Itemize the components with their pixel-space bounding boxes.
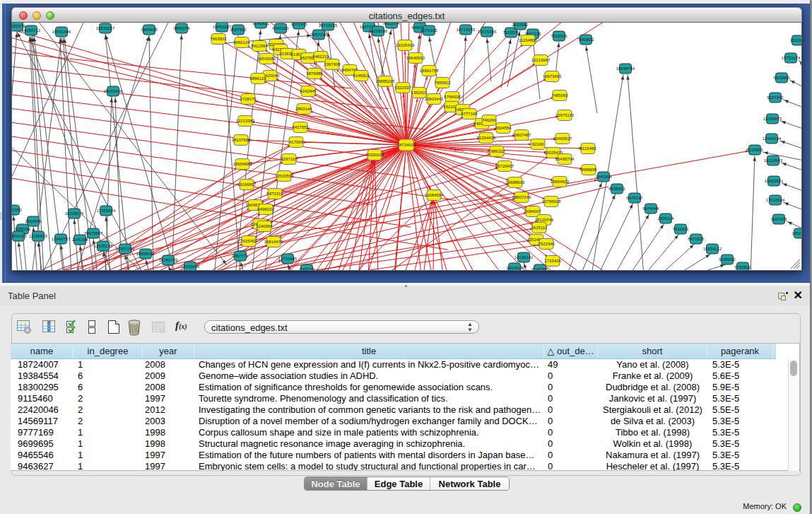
svg-text:9115460: 9115460 — [580, 146, 597, 151]
svg-text:6479197: 6479197 — [626, 196, 643, 200]
svg-text:15495794: 15495794 — [555, 157, 575, 161]
svg-text:1071915: 1071915 — [290, 23, 307, 26]
svg-text:9777169: 9777169 — [461, 112, 478, 116]
svg-text:5462213: 5462213 — [312, 54, 329, 59]
svg-text:1071915: 1071915 — [420, 28, 437, 33]
svg-text:18724007: 18724007 — [397, 143, 416, 147]
svg-text:10654112: 10654112 — [703, 247, 722, 251]
svg-text:16961758: 16961758 — [420, 69, 439, 73]
svg-text:2620350: 2620350 — [12, 208, 22, 212]
svg-text:13710485: 13710485 — [278, 257, 298, 261]
svg-text:62160: 62160 — [532, 142, 544, 146]
svg-text:19903443: 19903443 — [425, 97, 444, 101]
svg-text:10463627: 10463627 — [553, 136, 572, 141]
svg-text:19166857: 19166857 — [237, 182, 257, 187]
svg-text:7485063: 7485063 — [551, 93, 568, 98]
svg-text:9245652: 9245652 — [719, 257, 736, 262]
svg-text:1514545: 1514545 — [25, 219, 42, 223]
svg-text:12213967: 12213967 — [531, 58, 551, 62]
svg-text:9529966: 9529966 — [773, 76, 790, 80]
svg-text:12444194: 12444194 — [763, 136, 782, 141]
svg-text:10688609: 10688609 — [506, 180, 525, 185]
svg-text:12975115: 12975115 — [555, 113, 575, 117]
svg-text:1904418: 1904418 — [141, 28, 158, 32]
svg-text:1640954: 1640954 — [595, 175, 612, 179]
svg-text:9242845: 9242845 — [300, 89, 317, 93]
svg-text:5322037: 5322037 — [394, 86, 411, 90]
svg-text:11156829: 11156829 — [29, 234, 47, 238]
svg-text:12505135: 12505135 — [94, 244, 113, 248]
svg-text:3915423: 3915423 — [12, 234, 27, 238]
svg-text:16914479: 16914479 — [264, 240, 283, 244]
svg-text:12942757: 12942757 — [52, 237, 71, 241]
svg-text:9498222: 9498222 — [257, 207, 274, 211]
svg-text:9896123: 9896123 — [249, 76, 266, 81]
svg-text:9227342: 9227342 — [767, 95, 784, 100]
svg-text:15720407: 15720407 — [495, 164, 514, 168]
svg-text:19654923: 19654923 — [551, 180, 570, 184]
svg-text:16671355: 16671355 — [478, 30, 497, 34]
svg-text:10719155: 10719155 — [457, 28, 476, 32]
svg-text:16543382: 16543382 — [257, 57, 276, 61]
svg-text:7632621: 7632621 — [672, 227, 689, 231]
svg-text:417006: 417006 — [289, 140, 304, 144]
svg-text:5873312: 5873312 — [266, 192, 283, 196]
svg-text:15533257: 15533257 — [96, 26, 115, 30]
svg-text:10756928: 10756928 — [542, 199, 561, 204]
svg-text:3267110: 3267110 — [281, 157, 298, 161]
svg-text:29053346: 29053346 — [104, 89, 123, 93]
svg-text:7955812: 7955812 — [434, 81, 451, 85]
svg-text:1167533: 1167533 — [771, 217, 788, 221]
svg-text:19384554: 19384554 — [425, 193, 444, 197]
svg-text:10958107: 10958107 — [136, 252, 155, 256]
svg-text:14136141: 14136141 — [514, 255, 534, 259]
svg-text:6794028: 6794028 — [444, 95, 461, 99]
svg-text:16210643: 16210643 — [764, 158, 783, 163]
svg-text:7663822: 7663822 — [210, 37, 227, 41]
svg-text:1112345: 1112345 — [790, 38, 801, 42]
svg-text:21364436: 21364436 — [477, 136, 496, 140]
svg-text:12093872: 12093872 — [763, 117, 782, 121]
svg-text:10719155: 10719155 — [319, 23, 338, 28]
svg-text:12213383: 12213383 — [236, 119, 255, 123]
svg-text:9750812: 9750812 — [734, 265, 751, 269]
svg-text:17957253: 17957253 — [116, 247, 135, 251]
svg-text:16640910: 16640910 — [406, 56, 425, 60]
svg-text:2367608: 2367608 — [324, 62, 341, 66]
svg-text:9084067: 9084067 — [524, 209, 541, 214]
svg-text:8912954: 8912954 — [251, 44, 268, 48]
svg-text:7515526: 7515526 — [551, 34, 567, 38]
svg-text:11154808: 11154808 — [519, 38, 537, 42]
svg-text:10807487: 10807487 — [512, 133, 531, 137]
svg-text:17016504: 17016504 — [766, 198, 785, 202]
svg-text:1733426: 1733426 — [544, 259, 561, 263]
svg-text:2803144: 2803144 — [295, 107, 312, 111]
svg-text:9245065: 9245065 — [531, 267, 548, 270]
svg-text:8471626: 8471626 — [688, 237, 705, 241]
svg-text:9457771: 9457771 — [232, 254, 249, 258]
svg-text:7986322: 7986322 — [488, 149, 505, 153]
svg-text:7625402: 7625402 — [240, 239, 257, 243]
svg-text:3350161: 3350161 — [14, 227, 31, 231]
svg-text:1240994: 1240994 — [256, 224, 273, 228]
svg-text:25300203: 25300203 — [365, 153, 384, 157]
svg-text:20206575: 20206575 — [65, 211, 84, 216]
svg-text:18107562: 18107562 — [232, 138, 251, 142]
svg-text:9699695: 9699695 — [580, 168, 597, 172]
svg-text:3879685: 3879685 — [306, 71, 323, 76]
svg-text:1352784: 1352784 — [792, 231, 801, 235]
svg-text:9146821: 9146821 — [353, 74, 370, 78]
svg-text:8813074: 8813074 — [383, 23, 400, 25]
svg-text:8215953: 8215953 — [746, 148, 763, 152]
svg-text:20691406: 20691406 — [52, 30, 71, 34]
svg-text:9806274: 9806274 — [173, 26, 190, 30]
svg-text:15885205: 15885205 — [376, 79, 395, 83]
svg-text:6466160: 6466160 — [272, 26, 289, 30]
svg-text:14055712: 14055712 — [22, 28, 41, 33]
svg-text:10973493: 10973493 — [543, 74, 562, 78]
svg-text:9146821: 9146821 — [252, 23, 269, 25]
svg-text:15751074: 15751074 — [782, 56, 801, 60]
svg-text:13533594: 13533594 — [275, 174, 294, 178]
svg-text:9474444: 9474444 — [642, 206, 659, 211]
svg-text:16648784: 16648784 — [616, 66, 635, 71]
